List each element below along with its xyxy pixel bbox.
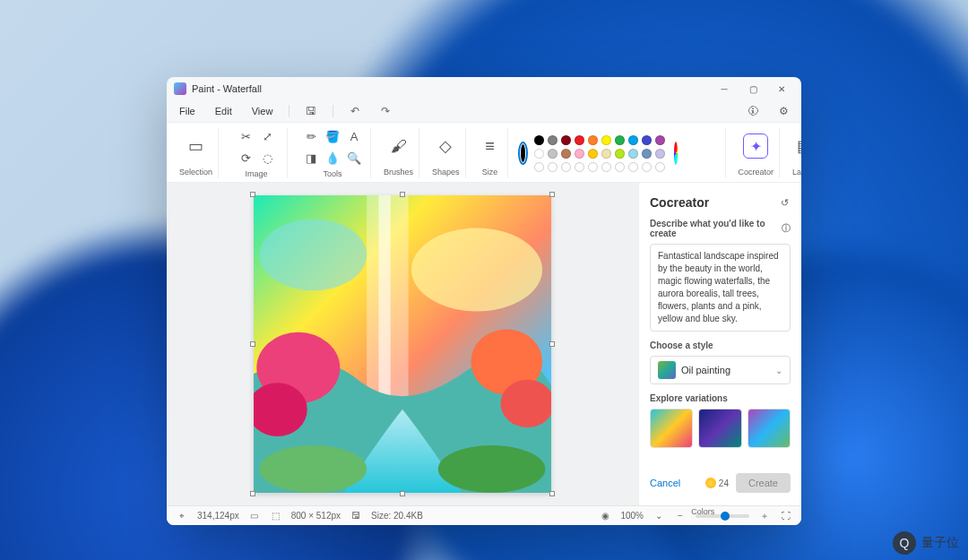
variation-thumb[interactable] [650, 409, 693, 448]
color-swatch[interactable] [642, 149, 652, 159]
menu-file[interactable]: File [176, 104, 199, 118]
color-swatch[interactable] [561, 149, 571, 159]
color-swatch-empty[interactable] [588, 162, 598, 172]
cancel-button[interactable]: Cancel [650, 478, 680, 488]
color-swatch-empty[interactable] [575, 162, 584, 172]
rotate-icon[interactable]: ⟳ [238, 150, 254, 166]
color-swatch-empty[interactable] [601, 162, 611, 172]
color-swatch[interactable] [561, 135, 571, 145]
resize-handle[interactable] [549, 192, 555, 197]
zoom-dropdown-icon[interactable]: ⌄ [653, 510, 665, 522]
chevron-down-icon: ⌄ [775, 366, 782, 375]
select-dashed-icon[interactable]: ◌ [259, 150, 275, 166]
resize-handle[interactable] [250, 192, 255, 197]
size-icon[interactable]: ≡ [479, 134, 502, 158]
save-icon[interactable]: 🖫 [302, 102, 320, 120]
prompt-input[interactable]: Fantastical landscape inspired by the be… [650, 244, 791, 332]
settings-icon[interactable]: ⚙ [774, 102, 792, 120]
zoom-out-icon[interactable]: − [674, 510, 687, 522]
color-swatch[interactable] [655, 135, 665, 145]
cursor-icon: ⌖ [176, 510, 188, 522]
color-swatch[interactable] [601, 149, 611, 159]
color-swatch[interactable] [655, 149, 665, 159]
resize-handle[interactable] [400, 491, 405, 496]
maximize-button[interactable]: ▢ [739, 77, 767, 100]
resize-handle[interactable] [250, 491, 255, 496]
canvas-dims: 800 × 512px [291, 511, 341, 521]
style-select[interactable]: Oil painting ⌄ [650, 356, 791, 384]
describe-label: Describe what you'd like to create ⓘ [650, 219, 791, 238]
text-icon[interactable]: A [346, 128, 362, 144]
canvas-image [254, 195, 551, 493]
color-swatch-empty[interactable] [548, 162, 557, 172]
undo-icon[interactable]: ↶ [346, 102, 364, 120]
close-button[interactable]: ✕ [767, 77, 796, 100]
shapes-icon[interactable]: ◇ [434, 134, 457, 158]
menu-edit[interactable]: Edit [212, 104, 236, 118]
resize-icon[interactable]: ⤢ [259, 128, 275, 144]
variation-thumb[interactable] [748, 409, 791, 448]
shapes-label: Shapes [432, 168, 460, 177]
group-shapes: ◇ Shapes [427, 128, 466, 178]
zoom-slider[interactable] [696, 514, 749, 518]
zoom-icon[interactable]: 🔍 [346, 150, 362, 166]
zoom-in-icon[interactable]: ＋ [758, 510, 771, 522]
select-rect-icon[interactable]: ▭ [185, 134, 208, 158]
color-swatch-empty[interactable] [655, 162, 665, 172]
color-swatch[interactable] [628, 149, 638, 159]
color-swatch[interactable] [548, 149, 557, 159]
edit-colors-icon[interactable] [674, 142, 678, 165]
canvas-area[interactable] [167, 183, 638, 505]
zoom-value: 100% [620, 511, 644, 521]
color-swatch-empty[interactable] [561, 162, 571, 172]
color-swatch[interactable] [615, 149, 625, 159]
minimize-button[interactable]: ─ [710, 77, 739, 100]
color-swatch[interactable] [588, 135, 598, 145]
info-icon[interactable]: ⓘ [782, 222, 791, 235]
menu-view[interactable]: View [248, 104, 277, 118]
color-swatch[interactable] [642, 135, 652, 145]
cursor-pos: 314,124px [197, 511, 239, 521]
color-swatch[interactable] [601, 135, 611, 145]
color-swatch-empty[interactable] [628, 162, 638, 172]
resize-handle[interactable] [549, 491, 555, 496]
resize-handle[interactable] [549, 341, 555, 347]
color-swatch-empty[interactable] [642, 162, 652, 172]
crop-icon[interactable]: ✂ [238, 128, 254, 144]
color-primary[interactable] [521, 144, 525, 162]
color-swatch-empty[interactable] [534, 162, 544, 172]
redo-icon[interactable]: ↷ [376, 102, 394, 120]
color-swatch-empty[interactable] [615, 162, 625, 172]
layers-icon[interactable]: ▤ [793, 134, 801, 158]
variation-thumb[interactable] [698, 409, 741, 448]
fill-icon[interactable]: 🪣 [324, 128, 341, 144]
fit-icon[interactable]: ⛶ [780, 510, 792, 522]
help-icon[interactable]: 🛈 [744, 102, 762, 120]
picker-icon[interactable]: 💧 [324, 150, 341, 166]
color-swatch[interactable] [615, 135, 625, 145]
autosave-icon[interactable]: ◉ [599, 510, 611, 522]
file-size: Size: 20.4KB [371, 511, 423, 521]
pencil-icon[interactable]: ✏ [303, 128, 319, 144]
cocreator-icon[interactable]: ✦ [743, 134, 768, 159]
color-swatch[interactable] [534, 135, 544, 145]
explore-label: Explore variations [650, 393, 791, 403]
color-swatch[interactable] [548, 135, 557, 145]
color-swatch[interactable] [588, 149, 598, 159]
selection-label: Selection [179, 168, 212, 177]
tools-label: Tools [324, 169, 342, 178]
eraser-icon[interactable]: ◨ [303, 150, 319, 166]
color-swatch[interactable] [628, 135, 638, 145]
canvas[interactable] [254, 195, 551, 493]
image-label: Image [246, 169, 268, 178]
color-swatch[interactable] [575, 135, 584, 145]
resize-handle[interactable] [400, 192, 405, 197]
color-swatch[interactable] [575, 149, 584, 159]
create-button[interactable]: Create [736, 473, 791, 493]
titlebar[interactable]: Paint - Waterfall ─ ▢ ✕ [167, 77, 801, 100]
paint-window: Paint - Waterfall ─ ▢ ✕ File Edit View 🖫… [167, 77, 801, 525]
resize-handle[interactable] [250, 341, 255, 347]
history-icon[interactable]: ↺ [778, 196, 791, 209]
color-swatch[interactable] [534, 149, 544, 159]
brush-icon[interactable]: 🖌 [387, 134, 411, 158]
